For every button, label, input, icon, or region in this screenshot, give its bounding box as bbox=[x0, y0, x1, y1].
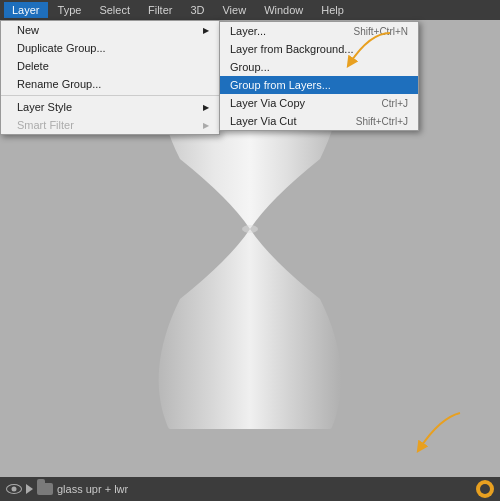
menu-item-layer-style[interactable]: Layer Style bbox=[1, 98, 219, 116]
menubar-item-help[interactable]: Help bbox=[313, 2, 352, 18]
menubar-item-view[interactable]: View bbox=[214, 2, 254, 18]
menu-item-smart-filter[interactable]: Smart Filter bbox=[1, 116, 219, 134]
menu-item-delete[interactable]: Delete bbox=[1, 57, 219, 75]
play-icon[interactable] bbox=[26, 484, 33, 494]
layer-dropdown-menu: New Layer... Shift+Ctrl+N Layer from Bac… bbox=[0, 20, 220, 135]
menubar-item-3d[interactable]: 3D bbox=[182, 2, 212, 18]
menubar-item-type[interactable]: Type bbox=[50, 2, 90, 18]
bottom-arrow-annotation bbox=[400, 408, 470, 461]
submenu-item-layer-via-copy[interactable]: Layer Via Copy Ctrl+J bbox=[220, 94, 418, 112]
statusbar: glass upr + lwr bbox=[0, 477, 500, 501]
svg-point-0 bbox=[242, 225, 258, 233]
top-arrow-annotation bbox=[320, 28, 400, 81]
menu-item-duplicate-group[interactable]: Duplicate Group... bbox=[1, 39, 219, 57]
menubar-item-window[interactable]: Window bbox=[256, 2, 311, 18]
menu-divider-1 bbox=[1, 95, 219, 96]
menubar-item-select[interactable]: Select bbox=[91, 2, 138, 18]
badge-inner bbox=[480, 484, 490, 494]
menubar-item-layer[interactable]: Layer bbox=[4, 2, 48, 18]
menu-item-new[interactable]: New Layer... Shift+Ctrl+N Layer from Bac… bbox=[1, 21, 219, 39]
menubar: Layer Type Select Filter 3D View Window … bbox=[0, 0, 500, 20]
statusbar-label: glass upr + lwr bbox=[57, 483, 472, 495]
menu-item-rename-group[interactable]: Rename Group... bbox=[1, 75, 219, 93]
statusbar-badge bbox=[476, 480, 494, 498]
menubar-item-filter[interactable]: Filter bbox=[140, 2, 180, 18]
submenu-item-layer-via-cut[interactable]: Layer Via Cut Shift+Ctrl+J bbox=[220, 112, 418, 130]
folder-icon[interactable] bbox=[37, 483, 53, 495]
eye-icon[interactable] bbox=[6, 484, 22, 494]
